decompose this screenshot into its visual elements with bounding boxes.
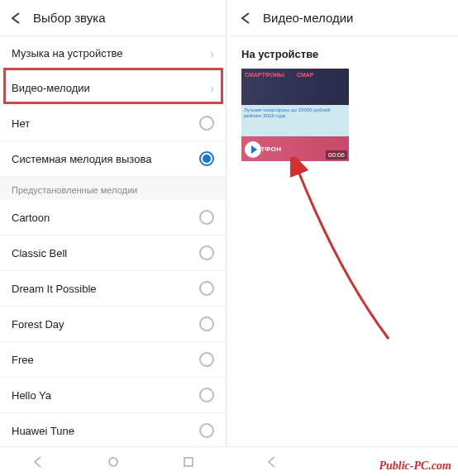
radio-icon[interactable] bbox=[199, 317, 214, 331]
svg-point-0 bbox=[109, 458, 117, 466]
item-label: Forest Day bbox=[12, 318, 64, 331]
thumb-label1: СМАРТФОНЫ bbox=[245, 72, 293, 78]
preset-item-cartoon[interactable]: Cartoon bbox=[0, 200, 226, 236]
header-left: Выбор звука bbox=[0, 0, 226, 36]
nav-back-icon[interactable] bbox=[266, 456, 278, 468]
radio-icon[interactable] bbox=[199, 245, 214, 260]
item-label: Cartoon bbox=[12, 212, 50, 224]
thumb-mid-text: Лучшие смартфоны до 15000 рублей: рейтин… bbox=[241, 105, 349, 136]
item-label: Системная мелодия вызова bbox=[12, 153, 151, 165]
radio-selected-icon[interactable] bbox=[199, 151, 214, 166]
preset-item-classic-bell[interactable]: Classic Bell bbox=[0, 236, 226, 271]
preset-item-dream-it-possible[interactable]: Dream It Possible bbox=[0, 271, 226, 307]
preset-item-huawei-tune[interactable]: Huawei Tune bbox=[0, 413, 226, 446]
watermark: Public-PC.com bbox=[379, 459, 452, 473]
item-label: Free bbox=[12, 354, 34, 366]
back-icon[interactable] bbox=[8, 11, 23, 26]
item-label: Видео-мелодии bbox=[12, 82, 90, 94]
video-thumbnail[interactable]: СМАРТФОНЫ СМАР Лучшие смартфоны до 15000… bbox=[241, 69, 349, 161]
radio-icon[interactable] bbox=[199, 210, 214, 225]
radio-icon[interactable] bbox=[199, 388, 214, 402]
preset-item-forest-day[interactable]: Forest Day bbox=[0, 307, 226, 342]
back-icon[interactable] bbox=[238, 11, 253, 26]
none-item[interactable]: Нет bbox=[0, 106, 226, 141]
preset-item-hello-ya[interactable]: Hello Ya bbox=[0, 378, 226, 413]
chevron-right-icon: › bbox=[210, 82, 214, 95]
page-title-left: Выбор звука bbox=[33, 11, 105, 25]
system-ringtone-item[interactable]: Системная мелодия вызова bbox=[0, 141, 226, 177]
on-device-section: На устройстве bbox=[230, 36, 458, 69]
play-icon[interactable] bbox=[245, 141, 261, 158]
chevron-right-icon: › bbox=[210, 47, 214, 60]
radio-icon[interactable] bbox=[199, 423, 214, 438]
radio-icon[interactable] bbox=[199, 116, 214, 131]
svg-rect-1 bbox=[184, 458, 193, 466]
thumb-label2: СМАР bbox=[297, 72, 346, 78]
radio-icon[interactable] bbox=[199, 281, 214, 296]
preset-section-header: Предустановленные мелодии bbox=[0, 177, 226, 200]
video-duration: 00:06 bbox=[326, 150, 347, 159]
nav-home-icon[interactable] bbox=[107, 456, 119, 468]
header-right: Видео-мелодии bbox=[230, 0, 458, 36]
item-label: Музыка на устройстве bbox=[12, 47, 123, 60]
radio-icon[interactable] bbox=[199, 352, 214, 367]
item-label: Huawei Tune bbox=[12, 425, 74, 437]
thumb-top: СМАРТФОНЫ СМАР bbox=[241, 69, 349, 105]
item-label: Hello Ya bbox=[12, 389, 51, 402]
item-label: Classic Bell bbox=[12, 247, 67, 259]
preset-item-free[interactable]: Free bbox=[0, 342, 226, 378]
item-label: Нет bbox=[12, 117, 30, 130]
video-melodies-item[interactable]: Видео-мелодии › bbox=[0, 71, 226, 106]
item-label: Dream It Possible bbox=[12, 283, 97, 295]
music-on-device-item[interactable]: Музыка на устройстве › bbox=[0, 36, 226, 71]
page-title-right: Видео-мелодии bbox=[263, 11, 353, 25]
nav-back-icon[interactable] bbox=[32, 456, 44, 468]
nav-recent-icon[interactable] bbox=[183, 456, 194, 468]
